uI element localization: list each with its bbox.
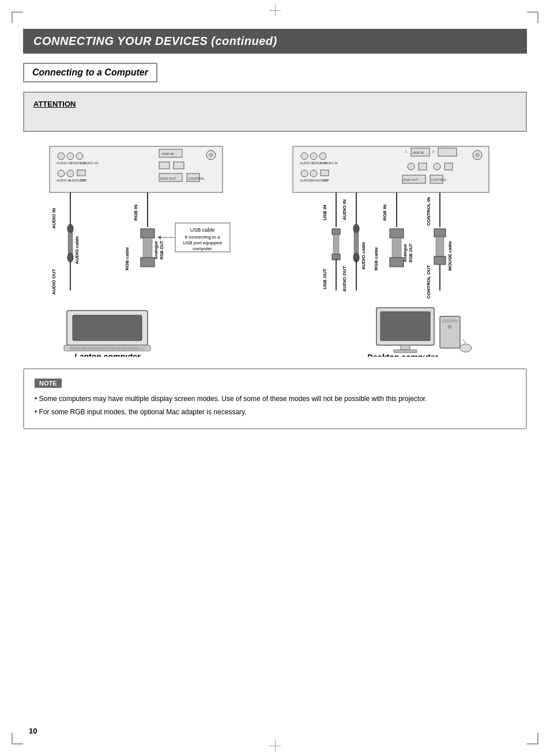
sub-title: Connecting to a Computer	[32, 67, 148, 77]
svg-text:USB IN: USB IN	[322, 205, 327, 220]
svg-point-7	[58, 170, 65, 177]
svg-point-30	[67, 253, 73, 262]
svg-point-80	[408, 163, 415, 170]
svg-rect-9	[77, 170, 85, 176]
svg-line-129	[463, 339, 466, 344]
svg-text:USB cable: USB cable	[190, 227, 215, 233]
attention-label: ATTENTION	[33, 100, 517, 108]
svg-text:RGB IN: RGB IN	[133, 205, 138, 221]
svg-text:RGB IN: RGB IN	[382, 205, 387, 221]
svg-rect-0	[50, 146, 223, 192]
svg-rect-93	[333, 235, 339, 255]
svg-text:RGB cable: RGB cable	[125, 247, 130, 270]
svg-rect-116	[436, 237, 444, 257]
svg-point-65	[319, 153, 326, 160]
desktop-diagram-svg: AUDIO IN VIDEO IN S-VIDEO IN AUDIO 1 2 A…	[287, 143, 518, 357]
svg-point-70	[310, 170, 317, 177]
sub-header-box: Connecting to a Computer	[23, 63, 157, 82]
registration-mark-top	[269, 5, 281, 16]
svg-point-127	[448, 325, 451, 328]
svg-text:Desktop computer: Desktop computer	[367, 353, 439, 357]
svg-rect-54	[99, 347, 104, 349]
svg-rect-35	[143, 238, 152, 258]
svg-text:Analogue: Analogue	[154, 241, 159, 259]
svg-point-89	[476, 153, 479, 157]
svg-rect-16	[174, 162, 184, 169]
svg-text:RGB cable: RGB cable	[374, 247, 379, 270]
laptop-diagram-svg: AUDIO IN VIDEO IN S-VIDEO IN AUDIO 1 AUD…	[44, 143, 251, 357]
note-item-1: Some computers may have multiple display…	[35, 394, 515, 405]
svg-text:USB port equipped: USB port equipped	[183, 240, 222, 245]
svg-rect-79	[438, 148, 457, 156]
svg-rect-49	[70, 347, 75, 349]
svg-text:AUDIO OUT: AUDIO OUT	[342, 266, 347, 292]
svg-rect-34	[141, 229, 155, 238]
svg-rect-101	[354, 233, 359, 256]
corner-mark-tr	[527, 12, 538, 23]
svg-text:CONTROL: CONTROL	[431, 178, 447, 182]
svg-rect-36	[141, 258, 155, 267]
svg-rect-122	[381, 312, 430, 341]
svg-text:S-VIDEO IN: S-VIDEO IN	[321, 161, 338, 165]
note-box: NOTE Some computers may have multiple di…	[23, 368, 527, 429]
note-item-2: For some RGB input modes, the optional M…	[35, 407, 515, 418]
svg-text:CONTROL OUT: CONTROL OUT	[426, 265, 431, 299]
svg-rect-123	[401, 345, 410, 350]
svg-rect-60	[134, 347, 138, 349]
svg-rect-58	[122, 347, 127, 349]
svg-point-8	[67, 170, 74, 177]
svg-text:AUDIO IN: AUDIO IN	[51, 208, 56, 229]
svg-text:AUDIO IN: AUDIO IN	[300, 161, 314, 165]
svg-text:AUDIO OUT: AUDIO OUT	[51, 269, 56, 294]
page-number: 10	[29, 727, 37, 735]
svg-text:RGB OUT: RGB OUT	[409, 243, 413, 262]
svg-rect-51	[82, 347, 86, 349]
svg-text:computer: computer	[193, 246, 212, 251]
svg-text:RGB OUT: RGB OUT	[160, 177, 176, 180]
main-header-banner: CONNECTING YOUR DEVICES (continued)	[23, 29, 527, 54]
svg-text:CONTROL: CONTROL	[188, 177, 205, 180]
svg-rect-52	[88, 347, 92, 349]
note-list: Some computers may have multiple display…	[35, 394, 515, 418]
svg-point-128	[460, 344, 472, 352]
svg-point-69	[301, 170, 308, 177]
desktop-diagram: AUDIO IN VIDEO IN S-VIDEO IN AUDIO 1 2 A…	[278, 143, 527, 357]
registration-mark-bottom	[269, 740, 281, 751]
svg-text:If connecting to a: If connecting to a	[185, 235, 220, 240]
svg-point-82	[434, 163, 440, 170]
svg-rect-83	[444, 163, 453, 170]
note-label: NOTE	[35, 379, 62, 388]
svg-text:USB OUT: USB OUT	[322, 269, 327, 289]
svg-rect-117	[434, 256, 446, 264]
svg-rect-50	[76, 347, 81, 349]
svg-text:AUDIO cable: AUDIO cable	[74, 236, 80, 264]
svg-text:USB: USB	[322, 179, 329, 182]
svg-text:AUDIO IN: AUDIO IN	[342, 199, 347, 220]
svg-text:RGB IN: RGB IN	[162, 152, 174, 156]
corner-mark-tl	[12, 12, 23, 23]
svg-text:RGB OUT: RGB OUT	[404, 178, 419, 182]
svg-text:CONTROL IN: CONTROL IN	[426, 197, 431, 226]
svg-rect-15	[159, 162, 169, 169]
diagram-section: AUDIO IN VIDEO IN S-VIDEO IN AUDIO 1 AUD…	[23, 143, 527, 357]
svg-point-100	[353, 224, 359, 233]
svg-point-64	[310, 153, 317, 160]
svg-rect-108	[390, 229, 404, 238]
laptop-diagram: AUDIO IN VIDEO IN S-VIDEO IN AUDIO 1 AUD…	[23, 143, 272, 357]
svg-text:USB: USB	[78, 179, 85, 182]
svg-text:RGB OUT: RGB OUT	[160, 240, 164, 259]
svg-rect-56	[111, 347, 115, 349]
svg-rect-109	[392, 238, 401, 258]
svg-rect-92	[332, 229, 340, 235]
main-title: CONNECTING YOUR DEVICES (continued)	[33, 35, 277, 47]
svg-rect-29	[68, 233, 73, 256]
svg-rect-71	[321, 170, 329, 176]
svg-text:2: 2	[432, 150, 434, 153]
attention-box: ATTENTION	[23, 92, 527, 132]
svg-text:S-VIDEO IN: S-VIDEO IN	[80, 161, 98, 165]
svg-rect-110	[390, 258, 404, 267]
svg-rect-81	[419, 163, 427, 170]
svg-text:AUDIO cable: AUDIO cable	[361, 241, 366, 270]
svg-text:Laptop computer: Laptop computer	[74, 352, 141, 357]
svg-rect-115	[434, 229, 446, 237]
